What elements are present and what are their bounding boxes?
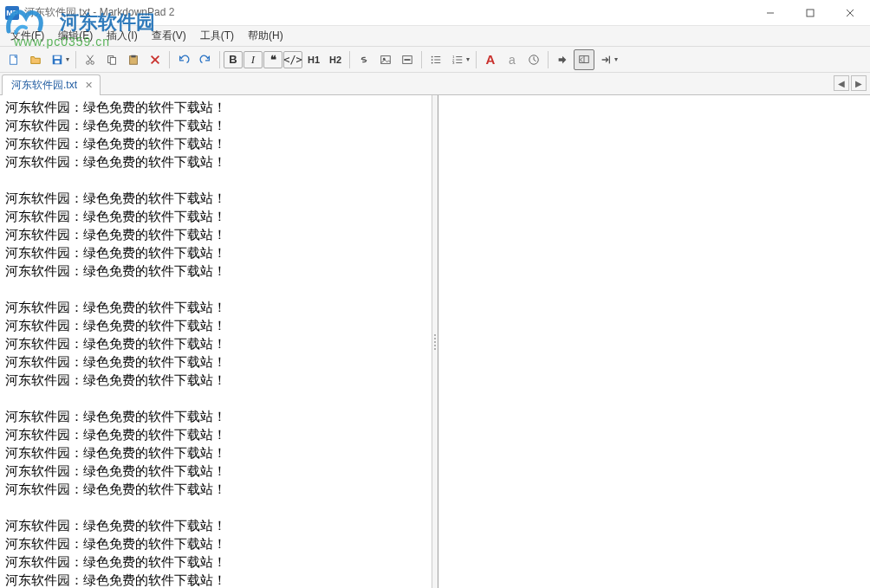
editor-line[interactable]: 河东软件园：绿色免费的软件下载站！ (5, 535, 426, 553)
separator (75, 51, 76, 68)
font-button[interactable]: a (502, 49, 523, 70)
export-dropdown[interactable]: ▾ (614, 55, 620, 63)
separator (421, 51, 422, 68)
editor-line[interactable]: 河东软件园：绿色免费的软件下载站！ (5, 299, 426, 317)
editor-blank-line[interactable] (5, 390, 426, 408)
new-file-button[interactable] (3, 49, 24, 70)
bold-button[interactable]: B (224, 51, 243, 68)
link-button[interactable] (354, 49, 374, 70)
tab-next-button[interactable]: ▶ (851, 75, 867, 91)
editor-line[interactable]: 河东软件园：绿色免费的软件下载站！ (5, 553, 426, 572)
main-split: 河东软件园：绿色免费的软件下载站！河东软件园：绿色免费的软件下载站！河东软件园：… (0, 95, 870, 588)
svg-point-9 (91, 61, 94, 64)
paste-button[interactable] (123, 49, 144, 70)
copy-button[interactable] (101, 49, 122, 70)
tab-active[interactable]: 河东软件园.txt ✕ (2, 74, 101, 95)
editor-line[interactable]: 河东软件园：绿色免费的软件下载站！ (5, 462, 426, 481)
menu-help[interactable]: 帮助(H) (241, 26, 290, 46)
editor-line[interactable]: 河东软件园：绿色免费的软件下载站！ (5, 262, 426, 281)
editor-line[interactable]: 河东软件园：绿色免费的软件下载站！ (5, 135, 426, 153)
editor-content[interactable]: 河东软件园：绿色免费的软件下载站！河东软件园：绿色免费的软件下载站！河东软件园：… (0, 95, 432, 588)
tab-label: 河东软件园.txt (11, 78, 77, 93)
code-button[interactable]: </> (283, 51, 302, 68)
toolbar: ▾ B I ❝ </> H1 H2 123 ▾ A a ▾ (0, 47, 870, 73)
h1-button[interactable]: H1 (303, 49, 324, 70)
svg-rect-11 (110, 57, 115, 64)
ol-button[interactable]: 123 (447, 49, 468, 70)
menu-file[interactable]: 文件(F) (3, 26, 51, 46)
save-dropdown[interactable]: ▾ (66, 55, 72, 63)
editor-line[interactable]: 河东软件园：绿色免费的软件下载站！ (5, 244, 426, 262)
separator (349, 51, 350, 68)
cut-button[interactable] (80, 49, 101, 70)
timestamp-button[interactable] (523, 49, 544, 70)
editor-line[interactable]: 河东软件园：绿色免费的软件下载站！ (5, 99, 426, 117)
tabbar: 河东软件园.txt ✕ ◀ ▶ (0, 73, 870, 95)
svg-rect-16 (381, 55, 391, 63)
titlebar: MP 河东软件园.txt - MarkdownPad 2 (0, 0, 870, 26)
menu-tools[interactable]: 工具(T) (193, 26, 241, 46)
ul-button[interactable] (425, 49, 446, 70)
editor-line[interactable]: 河东软件园：绿色免费的软件下载站！ (5, 117, 426, 135)
editor-line[interactable]: 河东软件园：绿色免费的软件下载站！ (5, 226, 426, 244)
editor-line[interactable]: 河东软件园：绿色免费的软件下载站！ (5, 572, 426, 588)
editor-line[interactable]: 河东软件园：绿色免费的软件下载站！ (5, 335, 426, 353)
menu-edit[interactable]: 编辑(E) (51, 26, 100, 46)
app-icon: MP (5, 6, 19, 20)
h2-button[interactable]: H2 (325, 49, 346, 70)
svg-point-20 (432, 55, 433, 57)
preview-button[interactable] (552, 49, 573, 70)
redo-button[interactable] (195, 49, 216, 70)
hr-button[interactable] (397, 49, 418, 70)
separator (169, 51, 170, 68)
svg-point-21 (432, 59, 433, 61)
editor-line[interactable]: 河东软件园：绿色免费的软件下载站！ (5, 190, 426, 208)
delete-button[interactable] (145, 49, 166, 70)
live-preview-button[interactable] (574, 49, 594, 70)
svg-rect-7 (55, 60, 59, 63)
menu-view[interactable]: 查看(V) (145, 26, 193, 46)
svg-point-8 (87, 61, 90, 64)
svg-rect-1 (807, 10, 814, 16)
svg-line-34 (534, 60, 536, 61)
editor-line[interactable]: 河东软件园：绿色免费的软件下载站！ (5, 153, 426, 171)
menu-insert[interactable]: 插入(I) (100, 26, 144, 46)
close-button[interactable] (830, 0, 870, 26)
save-button[interactable] (47, 49, 68, 70)
editor-line[interactable]: 河东软件园：绿色免费的软件下载站！ (5, 444, 426, 462)
preview-pane (438, 95, 870, 588)
font-color-button[interactable]: A (480, 49, 501, 70)
svg-point-22 (432, 61, 433, 63)
separator (476, 51, 477, 68)
editor-line[interactable]: 河东软件园：绿色免费的软件下载站！ (5, 317, 426, 335)
separator (219, 51, 220, 68)
quote-button[interactable]: ❝ (263, 51, 282, 68)
editor-line[interactable]: 河东软件园：绿色免费的软件下载站！ (5, 353, 426, 372)
editor-blank-line[interactable] (5, 171, 426, 190)
editor-blank-line[interactable] (5, 281, 426, 299)
editor-line[interactable]: 河东软件园：绿色免费的软件下载站！ (5, 408, 426, 426)
open-file-button[interactable] (25, 49, 46, 70)
editor-line[interactable]: 河东软件园：绿色免费的软件下载站！ (5, 426, 426, 444)
editor-blank-line[interactable] (5, 499, 426, 517)
tab-nav: ◀ ▶ (834, 75, 867, 91)
editor-line[interactable]: 河东软件园：绿色免费的软件下载站！ (5, 208, 426, 226)
editor-line[interactable]: 河东软件园：绿色免费的软件下载站！ (5, 481, 426, 499)
separator (548, 51, 549, 68)
undo-button[interactable] (173, 49, 194, 70)
minimize-button[interactable] (750, 0, 790, 26)
svg-text:3: 3 (452, 61, 455, 65)
editor-pane[interactable]: 河东软件园：绿色免费的软件下载站！河东软件园：绿色免费的软件下载站！河东软件园：… (0, 95, 432, 588)
svg-rect-13 (131, 55, 135, 57)
tab-prev-button[interactable]: ◀ (834, 75, 849, 91)
close-tab-button[interactable]: ✕ (82, 80, 94, 92)
editor-line[interactable]: 河东软件园：绿色免费的软件下载站！ (5, 517, 426, 535)
editor-line[interactable]: 河东软件园：绿色免费的软件下载站！ (5, 372, 426, 390)
export-button[interactable] (595, 49, 616, 70)
list-dropdown[interactable]: ▾ (466, 55, 472, 63)
window-title: 河东软件园.txt - MarkdownPad 2 (24, 5, 750, 20)
italic-button[interactable]: I (243, 51, 263, 68)
maximize-button[interactable] (790, 0, 830, 26)
image-button[interactable] (375, 49, 396, 70)
svg-rect-6 (55, 55, 61, 59)
